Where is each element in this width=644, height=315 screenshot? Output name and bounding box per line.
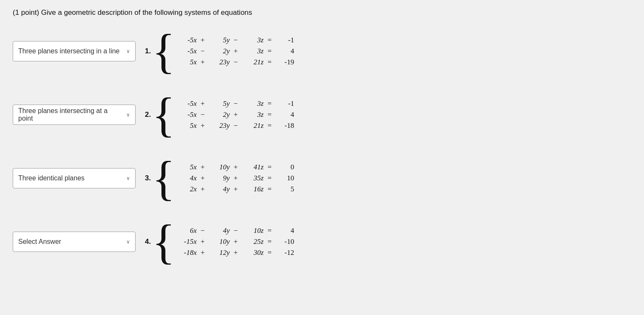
equation-system-1: { -5x + 5y − 3z = -1-5x − 2y + 3z = 45x …	[158, 27, 294, 75]
equation-system-4: { 6x − 4y − 10z = 4-15x + 10y + 25z = -1…	[158, 218, 294, 266]
problem-row-1: Three planes intersecting in a line∨1. {…	[13, 27, 631, 75]
page-title: (1 point) Give a geometric description o…	[13, 8, 631, 17]
answer-select-2[interactable]: Three planes intersecting at a point∨	[13, 105, 136, 125]
brace-icon: {	[158, 27, 169, 75]
equation-line: 5x + 23y − 21z = -18	[172, 122, 294, 130]
problem-row-4: Select Answer∨4. { 6x − 4y − 10z = 4-15x…	[13, 218, 631, 266]
answer-label-1: Three planes intersecting in a line	[18, 47, 119, 55]
equations-2: -5x + 5y − 3z = -1-5x − 2y + 3z = 45x + …	[172, 99, 294, 130]
answer-select-4[interactable]: Select Answer∨	[13, 232, 136, 252]
problem-number-1: 1.	[145, 47, 151, 55]
equation-line: -5x + 5y − 3z = -1	[172, 99, 294, 108]
equation-line: -15x + 10y + 25z = -10	[172, 238, 294, 246]
problem-row-2: Three planes intersecting at a point∨2. …	[13, 91, 631, 139]
brace-icon: {	[158, 154, 169, 202]
chevron-down-icon: ∨	[126, 175, 130, 181]
equations-1: -5x + 5y − 3z = -1-5x − 2y + 3z = 45x + …	[172, 36, 294, 66]
chevron-down-icon: ∨	[126, 112, 130, 118]
answer-label-2: Three planes intersecting at a point	[18, 107, 123, 122]
problem-row-3: Three identical planes∨3. { 5x + 10y + 4…	[13, 154, 631, 202]
equation-line: 5x + 23y − 21z = -19	[172, 58, 294, 66]
equation-line: -18x + 12y + 30z = -12	[172, 249, 294, 257]
chevron-down-icon: ∨	[126, 48, 130, 54]
answer-label-3: Three identical planes	[18, 174, 85, 182]
equation-line: 2x + 4y + 16z = 5	[172, 185, 294, 193]
equation-system-2: { -5x + 5y − 3z = -1-5x − 2y + 3z = 45x …	[158, 91, 294, 139]
chevron-down-icon: ∨	[126, 239, 130, 245]
problem-number-2: 2.	[145, 111, 151, 119]
equation-system-3: { 5x + 10y + 41z = 04x + 9y + 35z = 102x…	[158, 154, 294, 202]
answer-select-1[interactable]: Three planes intersecting in a line∨	[13, 41, 136, 61]
answer-select-3[interactable]: Three identical planes∨	[13, 168, 136, 188]
problem-number-3: 3.	[145, 174, 151, 182]
equation-line: 6x − 4y − 10z = 4	[172, 227, 294, 235]
problem-number-4: 4.	[145, 238, 151, 246]
answer-label-4: Select Answer	[18, 238, 61, 246]
equation-line: 4x + 9y + 35z = 10	[172, 174, 294, 182]
equation-line: -5x − 2y + 3z = 4	[172, 111, 294, 119]
problems-container: Three planes intersecting in a line∨1. {…	[13, 27, 631, 266]
equations-4: 6x − 4y − 10z = 4-15x + 10y + 25z = -10-…	[172, 227, 294, 257]
brace-icon: {	[158, 91, 169, 139]
brace-icon: {	[158, 218, 169, 266]
equation-line: -5x − 2y + 3z = 4	[172, 47, 294, 55]
equations-3: 5x + 10y + 41z = 04x + 9y + 35z = 102x +…	[172, 163, 294, 193]
equation-line: 5x + 10y + 41z = 0	[172, 163, 294, 171]
equation-line: -5x + 5y − 3z = -1	[172, 36, 294, 44]
